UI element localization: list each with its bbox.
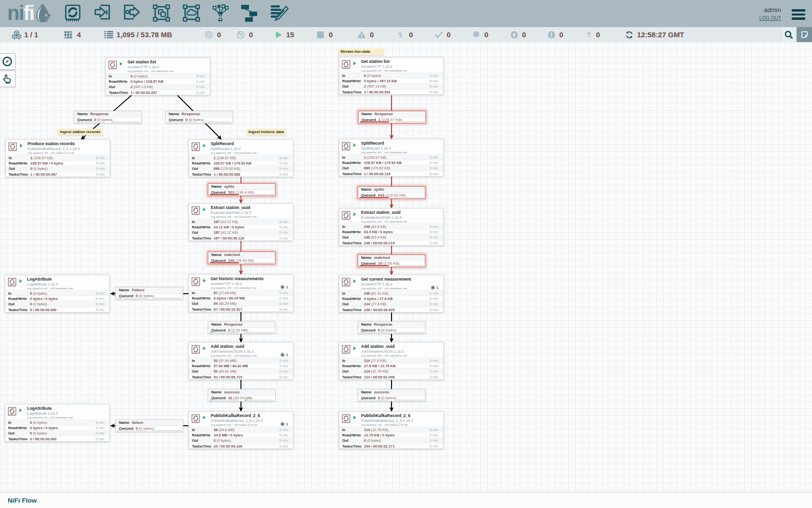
svg-text:?: ? bbox=[586, 31, 591, 39]
svg-text:✱: ✱ bbox=[473, 31, 479, 38]
